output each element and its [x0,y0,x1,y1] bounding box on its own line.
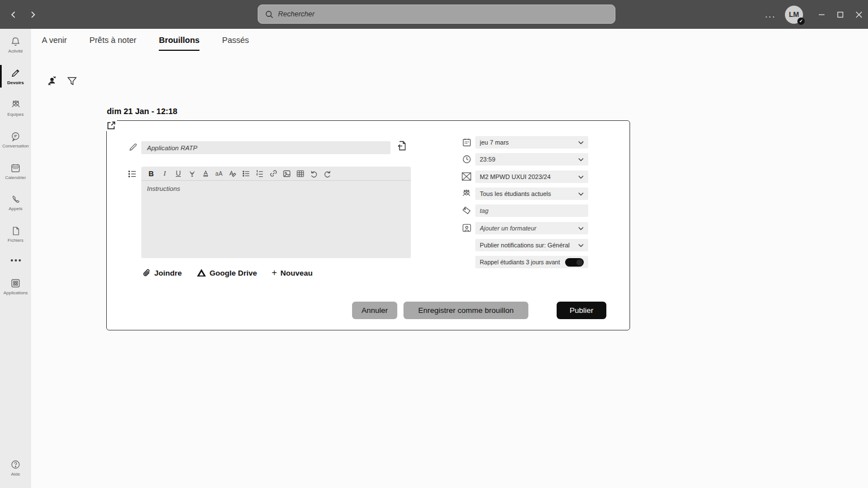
bell-icon [10,36,21,47]
notifications-channel-dropdown[interactable]: Publier notifications sur: Général [475,239,588,251]
search-input[interactable] [278,10,608,18]
chevron-down-icon [578,141,584,145]
image-icon[interactable] [282,168,292,178]
sidebar-item-aide[interactable]: Aide [0,452,31,483]
calendar-icon [10,163,21,173]
reminder-row: Rappel étudiants 3 jours avant [475,256,588,268]
forward-icon[interactable] [26,8,40,21]
people-icon [10,99,21,110]
tag-input[interactable]: tag [475,204,588,217]
chevron-down-icon [578,243,584,247]
file-icon [11,226,21,236]
table-icon[interactable] [296,168,305,178]
sidebar-item-conversation[interactable]: Conversation [0,124,31,155]
sidebar-item-equipes[interactable]: Equipes [0,92,31,124]
tag-icon [461,205,472,216]
due-time-icon [461,154,472,164]
maximize-button[interactable] [831,0,849,29]
clear-format-icon[interactable] [228,168,237,178]
students-icon [461,188,472,199]
tab-prets-a-noter[interactable]: Prêts à noter [89,36,136,51]
outline-list-icon[interactable] [127,169,137,179]
sidebar-item-activite[interactable]: Activité [0,29,31,60]
attach-button[interactable]: Joindre [142,269,182,277]
assignment-title-input[interactable] [141,141,390,154]
font-color-icon[interactable] [201,168,210,178]
search-bar[interactable] [258,5,615,24]
sidebar-item-appels[interactable]: Appels [0,187,31,219]
save-draft-button[interactable]: Enregistrer comme brouillon [403,302,528,319]
back-icon[interactable] [7,8,20,21]
plus-icon: + [272,268,277,278]
apps-grid-icon [10,278,21,289]
undo-icon[interactable] [309,168,319,178]
assignment-tabs: A venir Prêts à noter Brouillons Passés [42,36,249,51]
assignment-draft-card: B I U aA [106,120,630,330]
draft-date-heading: dim 21 Jan - 12:18 [107,107,177,116]
publish-button[interactable]: Publier [557,302,606,319]
redo-icon[interactable] [323,168,332,178]
chevron-down-icon [578,226,584,230]
import-file-icon[interactable] [397,140,408,151]
rich-text-toolbar: B I U aA [141,167,411,181]
sidebar-more-icon[interactable] [0,250,31,271]
status-badge-icon: ✓ [797,18,805,25]
tab-passes[interactable]: Passés [222,36,249,51]
due-date-dropdown[interactable]: jeu 7 mars [475,136,588,149]
chevron-down-icon [578,192,584,196]
sidebar-item-applications[interactable]: Applications [0,271,31,302]
highlight-icon[interactable] [187,168,197,178]
educator-icon [461,223,472,233]
bold-icon[interactable]: B [146,168,156,178]
edit-title-icon [128,142,138,152]
google-drive-icon [197,268,206,277]
bullet-list-icon[interactable] [241,168,251,178]
class-icon [461,171,472,182]
chevron-down-icon [578,158,584,162]
instructions-textarea[interactable] [141,181,411,258]
filter-icon[interactable] [66,75,77,86]
numbered-list-icon[interactable] [255,168,264,178]
sidebar-item-calendrier[interactable]: Calendrier [0,155,31,187]
chevron-down-icon [578,175,584,179]
italic-icon[interactable]: I [160,168,170,178]
new-attachment-button[interactable]: + Nouveau [272,268,313,278]
attachment-actions: Joindre Google Drive + Nouveau [142,267,313,279]
due-time-dropdown[interactable]: 23:59 [475,153,588,165]
sidebar: Activité Devoirs Equipes Conversation Ca… [0,29,31,488]
students-dropdown[interactable]: Tous les étudiants actuels [475,188,588,200]
underline-icon[interactable]: U [173,168,183,178]
chat-icon [10,131,21,142]
reminder-toggle[interactable] [565,258,584,267]
tab-brouillons[interactable]: Brouillons [159,36,199,51]
sidebar-item-devoirs[interactable]: Devoirs [0,60,31,92]
help-icon [10,459,21,470]
tab-a-venir[interactable]: A venir [42,36,67,51]
link-icon[interactable] [268,168,278,178]
due-date-icon [461,137,472,147]
sidebar-item-fichiers[interactable]: Fichiers [0,219,31,250]
title-bar: ... LM ✓ [0,0,868,29]
pencil-icon [10,68,21,79]
add-educator-dropdown[interactable]: Ajouter un formateur [475,222,588,234]
open-in-new-window-icon[interactable] [106,120,117,131]
search-icon [265,10,274,19]
close-button[interactable] [849,0,868,29]
more-options-icon[interactable]: ... [765,10,776,20]
avatar[interactable]: LM ✓ [785,6,803,24]
sort-assign-icon[interactable] [46,75,58,86]
phone-icon [11,194,21,204]
font-size-icon[interactable]: aA [214,168,224,178]
paperclip-icon [142,269,151,277]
cancel-button[interactable]: Annuler [352,302,397,319]
google-drive-button[interactable]: Google Drive [197,268,257,277]
minimize-button[interactable] [812,0,831,29]
class-dropdown[interactable]: M2 MPWD UXUI 2023/24 [475,171,588,183]
